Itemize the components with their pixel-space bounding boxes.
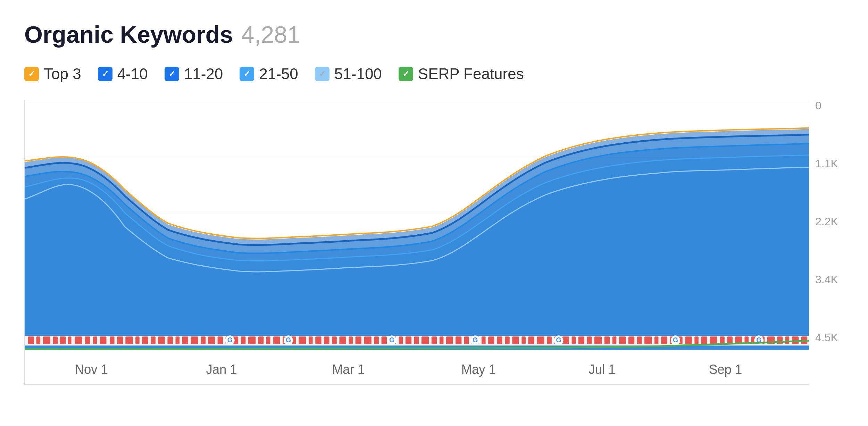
keyword-count: 4,281: [241, 21, 300, 48]
y-label-4500: 4.5K: [815, 332, 844, 343]
svg-text:G: G: [556, 336, 561, 344]
svg-text:G: G: [673, 336, 678, 344]
legend-label-serp: SERP Features: [418, 65, 524, 83]
svg-rect-65: [521, 336, 526, 344]
legend-item-serp[interactable]: ✓ SERP Features: [399, 65, 524, 83]
svg-rect-73: [587, 336, 592, 344]
svg-rect-32: [248, 336, 256, 344]
header-section: Organic Keywords 4,281: [24, 21, 844, 48]
legend-checkbox-21-50[interactable]: ✓: [240, 67, 254, 81]
svg-rect-64: [512, 336, 519, 344]
svg-rect-71: [572, 336, 576, 344]
svg-text:Jul 1: Jul 1: [589, 362, 615, 377]
svg-text:May 1: May 1: [461, 362, 496, 377]
svg-rect-97: [785, 336, 790, 344]
y-label-0: 0: [815, 100, 844, 111]
svg-rect-63: [505, 336, 509, 344]
svg-rect-17: [125, 336, 133, 344]
svg-rect-88: [710, 336, 717, 344]
legend-checkbox-serp[interactable]: ✓: [399, 67, 413, 81]
svg-rect-52: [414, 336, 419, 344]
svg-rect-96: [777, 336, 783, 344]
svg-rect-15: [110, 336, 114, 344]
svg-rect-85: [685, 336, 692, 344]
svg-rect-26: [201, 336, 206, 344]
svg-rect-82: [661, 336, 667, 344]
legend-section: ✓ Top 3 ✓ 4-10 ✓ 11-20 ✓ 21-50 ✓ 51: [24, 65, 844, 83]
svg-rect-81: [654, 336, 659, 344]
svg-rect-38: [299, 336, 306, 344]
legend-checkbox-top3[interactable]: ✓: [24, 67, 39, 81]
legend-item-21-50[interactable]: ✓ 21-50: [240, 65, 298, 83]
svg-rect-55: [440, 336, 444, 344]
legend-item-4-10[interactable]: ✓ 4-10: [98, 65, 148, 83]
svg-rect-80: [644, 336, 652, 344]
svg-rect-68: [547, 336, 551, 344]
svg-rect-24: [182, 336, 188, 344]
svg-rect-53: [422, 336, 429, 344]
legend-label-top3: Top 3: [44, 65, 81, 83]
svg-rect-21: [158, 336, 165, 344]
page-title: Organic Keywords: [24, 21, 233, 48]
y-label-3400: 3.4K: [815, 274, 844, 285]
main-container: Organic Keywords 4,281 ✓ Top 3 ✓ 4-10 ✓ …: [0, 0, 868, 426]
legend-label-4-10: 4-10: [117, 65, 148, 83]
svg-rect-79: [637, 336, 642, 344]
svg-rect-27: [208, 336, 215, 344]
svg-text:Nov 1: Nov 1: [75, 362, 108, 377]
svg-rect-56: [446, 336, 453, 344]
svg-rect-11: [75, 336, 82, 344]
svg-rect-6: [36, 336, 41, 344]
svg-rect-57: [456, 336, 461, 344]
legend-checkbox-4-10[interactable]: ✓: [98, 67, 112, 81]
svg-rect-23: [175, 336, 180, 344]
svg-rect-34: [266, 336, 270, 344]
svg-rect-28: [218, 336, 223, 344]
chart-svg: G G G G G G: [25, 100, 809, 384]
legend-checkbox-51-100[interactable]: ✓: [315, 67, 329, 81]
svg-rect-9: [60, 336, 66, 344]
svg-rect-16: [117, 336, 123, 344]
svg-rect-54: [432, 336, 437, 344]
svg-rect-44: [349, 336, 353, 344]
svg-text:Jan 1: Jan 1: [206, 362, 237, 377]
legend-checkbox-11-20[interactable]: ✓: [165, 67, 179, 81]
svg-rect-20: [151, 336, 155, 344]
svg-rect-14: [100, 336, 106, 344]
svg-rect-61: [488, 336, 494, 344]
svg-rect-87: [701, 336, 707, 344]
legend-item-top3[interactable]: ✓ Top 3: [24, 65, 81, 83]
svg-rect-77: [619, 336, 626, 344]
svg-rect-72: [578, 336, 584, 344]
svg-rect-66: [528, 336, 534, 344]
svg-rect-8: [53, 336, 58, 344]
svg-rect-48: [382, 336, 387, 344]
y-label-2200: 2.2K: [815, 216, 844, 227]
chart-area: G G G G G G: [24, 100, 844, 385]
svg-rect-41: [324, 336, 329, 344]
svg-rect-19: [142, 336, 148, 344]
svg-rect-89: [720, 336, 724, 344]
svg-rect-7: [43, 336, 50, 344]
legend-item-51-100[interactable]: ✓ 51-100: [315, 65, 382, 83]
svg-rect-51: [406, 336, 411, 344]
svg-rect-33: [258, 336, 264, 344]
svg-rect-45: [356, 336, 361, 344]
svg-rect-35: [273, 336, 280, 344]
svg-text:G: G: [286, 336, 291, 344]
svg-rect-74: [594, 336, 602, 344]
svg-text:Mar 1: Mar 1: [332, 362, 365, 377]
svg-text:G: G: [227, 336, 233, 344]
legend-label-21-50: 21-50: [259, 65, 298, 83]
svg-rect-47: [374, 336, 378, 344]
svg-rect-12: [85, 336, 90, 344]
y-label-1100: 1.1K: [815, 158, 844, 169]
svg-rect-10: [68, 336, 72, 344]
svg-rect-78: [628, 336, 634, 344]
svg-rect-58: [464, 336, 469, 344]
legend-item-11-20[interactable]: ✓ 11-20: [165, 65, 223, 83]
chart-main: G G G G G G: [24, 100, 809, 385]
svg-rect-50: [399, 336, 403, 344]
svg-rect-76: [612, 336, 617, 344]
svg-rect-13: [93, 336, 97, 344]
